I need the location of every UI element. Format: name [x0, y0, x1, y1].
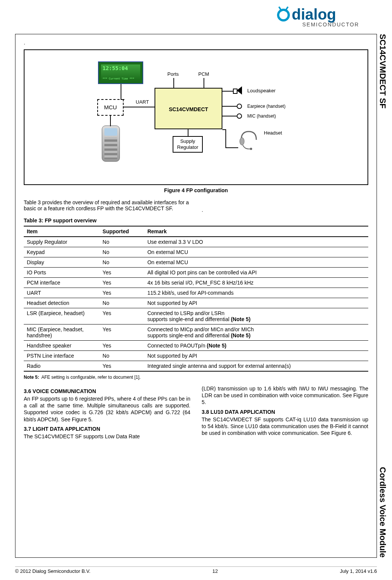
- section-3-6-body: An FP supports up to 6 registered PPs, w…: [24, 395, 190, 423]
- table-row: MIC (Earpiece, headset, handsfree)YesCon…: [24, 324, 368, 341]
- cell-remark: Connected to LSRp and/or LSRnsupports si…: [144, 308, 368, 324]
- th-remark: Remark: [144, 226, 368, 237]
- earpiece-icon: [237, 104, 242, 109]
- cell-supported: Yes: [100, 308, 144, 324]
- leading-dot: .: [24, 40, 368, 46]
- cell-remark: Not supported by API: [144, 351, 368, 361]
- table-row: RadioYesIntegrated single antenna and su…: [24, 361, 368, 372]
- cell-item: MIC (Earpiece, headset, handsfree): [24, 324, 100, 341]
- svg-point-3: [240, 138, 244, 145]
- content-frame: . 12:55:04 *** Current Time *** MCU SC14…: [15, 34, 377, 558]
- cell-item: Handsfree speaker: [24, 341, 100, 351]
- earpiece-label: Earpiece (handset): [247, 104, 285, 109]
- table-row: DisplayNoOn external MCU: [24, 257, 368, 268]
- cell-supported: No: [100, 257, 144, 268]
- loudspeaker-label: Loudspeaker: [247, 88, 276, 93]
- cell-supported: Yes: [100, 268, 144, 278]
- cell-remark: On external MCU: [144, 247, 368, 257]
- section-3-6-head: 3.6 VOICE COMMUNICATION: [24, 388, 190, 394]
- footer-date: July 1, 2014 v1.6: [340, 568, 377, 574]
- th-item: Item: [24, 226, 100, 237]
- cell-item: PCM interface: [24, 278, 100, 288]
- table-row: LSR (Earpiece, headset)YesConnected to L…: [24, 308, 368, 324]
- sc14cvmdect-block: SC14CVMDECT: [155, 88, 222, 129]
- section-3-8-body: The SC14CVMDECT SF supports CAT-iq LU10 …: [202, 416, 368, 437]
- table-row: Headset detectionNoNot supported by API: [24, 298, 368, 308]
- ports-label: Ports: [167, 71, 179, 77]
- table-caption: Table 3: FP support overview: [24, 217, 368, 223]
- uart-label: UART: [136, 99, 149, 105]
- table-row: PSTN Line interfaceNoNot supported by AP…: [24, 351, 368, 361]
- cell-remark: Connected to MICp and/or MICn and/or MIC…: [144, 324, 368, 341]
- cell-item: Display: [24, 257, 100, 268]
- cell-item: Keypad: [24, 247, 100, 257]
- svg-point-0: [278, 10, 289, 20]
- table-row: KeypadNoOn external MCU: [24, 247, 368, 257]
- cell-supported: No: [100, 237, 144, 247]
- cell-supported: Yes: [100, 288, 144, 298]
- cell-supported: No: [100, 351, 144, 361]
- intro-dot: .: [202, 199, 368, 213]
- table-row: Supply RegulatorNoUse external 3.3 V LDO: [24, 237, 368, 247]
- table-row: UARTYes115.2 kbit/s, used for API-comman…: [24, 288, 368, 298]
- cell-supported: Yes: [100, 341, 144, 351]
- cell-item: Headset detection: [24, 298, 100, 308]
- cell-item: PSTN Line interface: [24, 351, 100, 361]
- cell-supported: No: [100, 247, 144, 257]
- cell-item: Supply Regulator: [24, 237, 100, 247]
- table-row: PCM interfaceYes4x 16 bits serial I/O, P…: [24, 278, 368, 288]
- figure-4-diagram: 12:55:04 *** Current Time *** MCU SC14CV…: [24, 49, 368, 185]
- pcm-label: PCM: [198, 71, 209, 77]
- cell-remark: 115.2 kbit/s, used for API-commands: [144, 288, 368, 298]
- intro-paragraph: Table 3 provides the overview of require…: [24, 199, 190, 213]
- svg-text:dialog: dialog: [292, 6, 336, 23]
- phone-icon: [102, 125, 120, 162]
- note-5: Note 5: AFE setting is configurable, ref…: [24, 375, 368, 380]
- cell-remark: All digital IO port pins can be controll…: [144, 268, 368, 278]
- cell-item: UART: [24, 288, 100, 298]
- cell-item: IO Ports: [24, 268, 100, 278]
- cell-remark: Use external 3.3 V LDO: [144, 237, 368, 247]
- cell-supported: No: [100, 298, 144, 308]
- footer-page: 12: [213, 568, 218, 574]
- cell-remark: Not supported by API: [144, 298, 368, 308]
- cell-item: LSR (Earpiece, headset): [24, 308, 100, 324]
- brand-logo: dialog SEMICONDUCTOR: [275, 6, 373, 29]
- headset-label: Headset: [264, 130, 282, 136]
- lcd-icon: 12:55:04 *** Current Time ***: [98, 61, 143, 84]
- supply-regulator-block: Supply Regulator: [173, 136, 203, 153]
- footer-copyright: © 2012 Dialog Semiconductor B.V.: [15, 568, 90, 574]
- mic-icon: [237, 113, 242, 119]
- table-row: Handsfree speakerYesConnected to PAOUTp/…: [24, 341, 368, 351]
- side-label-top: SC14CVMDECT SF: [378, 34, 387, 109]
- th-supported: Supported: [100, 226, 144, 237]
- section-3-7-body-cont: (LDR) transmission up to 1.6 kbit/s with…: [202, 385, 368, 406]
- mcu-block: MCU: [97, 99, 124, 116]
- svg-text:SEMICONDUCTOR: SEMICONDUCTOR: [302, 21, 359, 28]
- headset-icon: [237, 129, 260, 151]
- cell-supported: Yes: [100, 278, 144, 288]
- page-footer: © 2012 Dialog Semiconductor B.V. 12 July…: [15, 566, 377, 574]
- loudspeaker-icon: [233, 86, 243, 95]
- cell-remark: 4x 16 bits serial I/O, PCM_FSC 8 kHz/16 …: [144, 278, 368, 288]
- side-label-bottom: Cordless Voice Module: [378, 467, 387, 557]
- cell-remark: On external MCU: [144, 257, 368, 268]
- section-3-7-head: 3.7 LIGHT DATA APPLICATION: [24, 426, 190, 432]
- cell-item: Radio: [24, 361, 100, 372]
- section-3-8-head: 3.8 LU10 DATA APPLICATION: [202, 409, 368, 415]
- mic-label: MIC (handset): [247, 113, 276, 119]
- fp-support-table: Item Supported Remark Supply RegulatorNo…: [24, 226, 368, 372]
- cell-supported: Yes: [100, 361, 144, 372]
- table-row: IO PortsYesAll digital IO port pins can …: [24, 268, 368, 278]
- svg-point-4: [250, 148, 252, 150]
- figure-caption: Figure 4 FP configuration: [24, 187, 368, 193]
- section-3-7-body-lead: The SC14CVMDECT SF supports Low Data Rat…: [24, 433, 190, 440]
- cell-remark: Integrated single antenna and support fo…: [144, 361, 368, 372]
- cell-supported: Yes: [100, 324, 144, 341]
- cell-remark: Connected to PAOUTp/n (Note 5): [144, 341, 368, 351]
